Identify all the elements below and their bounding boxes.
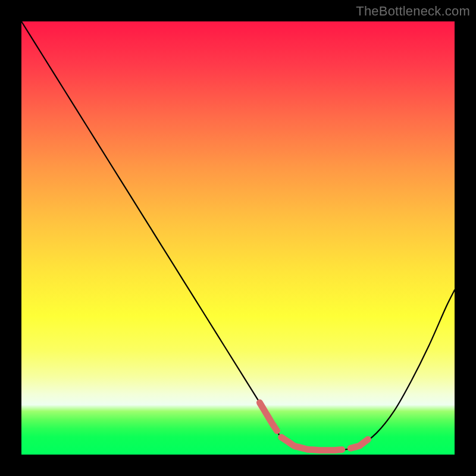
chart-frame: TheBottleneck.com [0,0,476,476]
bottleneck-curve [21,21,455,450]
watermark-label: TheBottleneck.com [356,4,470,19]
highlight-segment [281,437,342,450]
highlight-segments [259,403,368,450]
highlight-segment [350,440,368,449]
curve-layer [21,21,455,455]
highlight-segment [259,403,277,431]
plot-area [21,21,455,455]
